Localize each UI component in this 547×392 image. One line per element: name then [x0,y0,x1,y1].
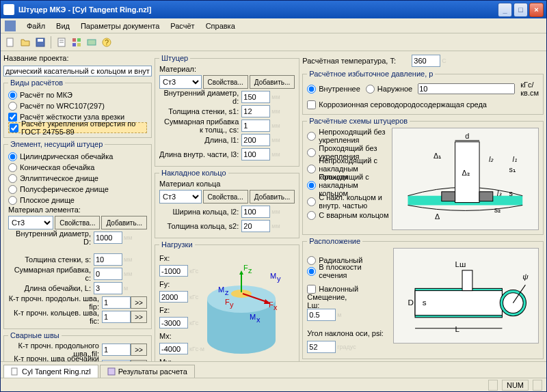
scheme-4-radio[interactable] [307,181,316,190]
seam-fil-input[interactable] [102,344,131,356]
svg-rect-7 [77,38,81,42]
seam-fil-more[interactable]: >> [131,344,147,356]
tool-save[interactable] [34,36,47,49]
elem-fic-more[interactable]: >> [131,311,147,323]
tool-run[interactable] [85,36,98,49]
calc-wrc-radio[interactable] [8,102,17,111]
elem-ellip-radio[interactable] [8,174,17,183]
nozzle-cs-input[interactable] [241,120,270,132]
place-radial-radio[interactable] [307,256,316,265]
elem-mat-select[interactable]: Ст3 [8,216,53,229]
elem-fip-input[interactable] [102,296,131,309]
pressure-legend: Расчётное избыточное давление, p [307,70,435,78]
pressure-inner-radio[interactable] [307,85,316,94]
menu-help[interactable]: Справка [200,20,241,31]
tab-document[interactable]: Cyl Tangent Ring.nzl [3,365,98,378]
loads-fy-input[interactable] [159,291,188,303]
ring-s2-input[interactable] [241,220,270,232]
elem-c-input[interactable] [94,268,122,280]
svg-text:y: y [277,275,281,283]
elem-cyl-radio[interactable] [8,152,17,161]
place-incl-check[interactable] [307,285,316,294]
tool-settings[interactable] [70,36,83,49]
calc-reinforce-check[interactable] [10,124,18,132]
ring-l2-input[interactable] [241,206,270,218]
menu-view[interactable]: Вид [51,20,75,31]
elem-fic-input[interactable] [102,311,131,323]
close-button[interactable]: × [529,3,544,17]
ring-props-button[interactable]: Свойства... [203,190,248,204]
elem-cone-radio[interactable] [8,163,17,172]
calc-types-legend: Виды расчётов [8,79,65,87]
place-shift-input[interactable] [307,309,336,321]
svg-text:Δ₂: Δ₂ [462,169,470,177]
elem-fip-more[interactable]: >> [131,296,147,309]
tool-help[interactable]: ? [100,36,114,49]
elem-flat-radio[interactable] [8,196,17,205]
tool-open[interactable] [18,36,32,49]
pressure-corr-check[interactable] [307,100,316,109]
svg-text:Δ₁: Δ₁ [433,152,441,160]
pressure-outer-radio[interactable] [366,85,375,94]
loads-fz-input[interactable] [159,317,188,328]
svg-text:M: M [218,285,224,294]
placement-legend: Расположение [307,237,362,245]
nozzle-l3-input[interactable] [241,148,270,160]
tab-results[interactable]: Результаты расчета [100,365,195,378]
svg-text:d: d [466,132,470,140]
svg-text:F: F [243,264,248,272]
nozzle-s1-input[interactable] [241,105,270,117]
elem-s-input[interactable] [94,253,122,266]
nozzle-props-button[interactable]: Свойства... [203,75,248,89]
svg-text:s₂: s₂ [494,206,501,214]
scheme-6-radio[interactable] [307,211,316,220]
tab-bar: Cyl Tangent Ring.nzl Результаты расчета [1,361,546,378]
maximize-button[interactable]: □ [513,3,528,17]
scheme-5-radio[interactable] [307,197,316,206]
svg-text:s: s [423,298,427,307]
seams-legend: Сварные швы [8,331,62,339]
temp-input[interactable] [412,55,440,67]
svg-rect-46 [462,270,472,291]
calc-mke-radio[interactable] [8,91,17,100]
menu-system-icon[interactable] [5,20,16,31]
place-angle-input[interactable] [307,341,336,353]
svg-text:Lш: Lш [455,260,466,268]
tool-new[interactable] [3,36,17,49]
ring-mat-select[interactable]: Ст3 [159,190,202,204]
document-icon [11,367,19,376]
loads-group: Нагрузки Fx: кГс Fy: кГс Fz: кГс Mx: кГс… [155,240,299,361]
calc-stiffness-check[interactable] [8,113,17,122]
elem-d-input[interactable] [94,232,122,244]
place-section-radio[interactable] [307,267,316,276]
svg-rect-57 [108,368,115,375]
project-name-input[interactable] [3,66,152,76]
svg-text:x: x [256,316,261,324]
elem-hemi-radio[interactable] [8,185,17,194]
scheme-2-radio[interactable] [307,148,316,157]
elem-props-button[interactable]: Свойства... [55,216,100,229]
elem-add-button[interactable]: Добавить... [101,216,147,229]
nozzle-l1-input[interactable] [241,134,270,146]
menu-file[interactable]: Файл [21,20,51,31]
scheme-3-radio[interactable] [307,165,316,173]
loads-mx-input[interactable] [159,343,188,354]
loads-fx-input[interactable] [159,265,188,277]
nozzle-mat-select[interactable]: Ст3 [159,75,202,89]
status-num: NUM [502,380,529,391]
pressure-input[interactable] [418,83,515,94]
ring-add-button[interactable]: Добавить... [250,190,295,204]
minimize-button[interactable]: _ [498,3,512,17]
window-title: Штуцер МКЭ - [Cyl Tangent Ring.nzl] [18,5,496,14]
svg-rect-56 [12,368,17,375]
svg-text:y: y [230,300,234,309]
nozzle-add-button[interactable]: Добавить... [250,75,295,89]
menu-doc-params[interactable]: Параметры документа [75,20,165,31]
svg-text:l₃: l₃ [497,189,502,197]
svg-text:l₂: l₂ [489,155,494,163]
menu-calc[interactable]: Расчёт [165,20,200,31]
nozzle-d-input[interactable] [241,91,270,103]
elem-l-input[interactable] [94,282,122,294]
scheme-1-radio[interactable] [307,132,316,141]
tool-report[interactable] [55,36,68,49]
